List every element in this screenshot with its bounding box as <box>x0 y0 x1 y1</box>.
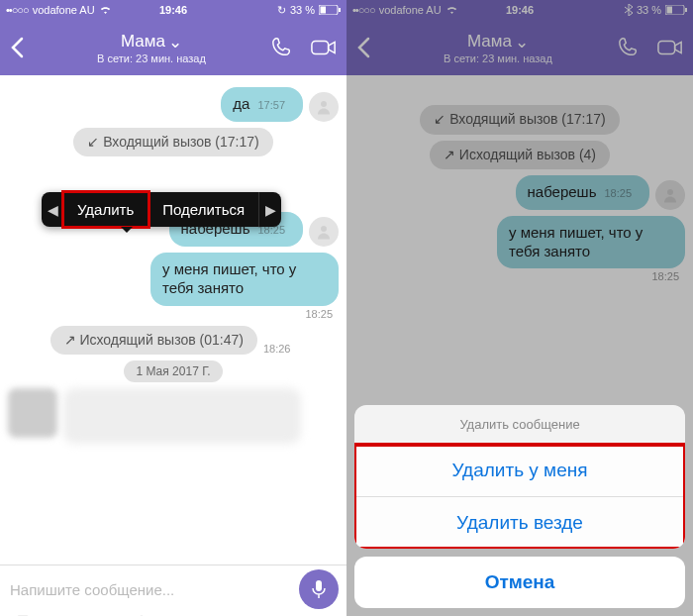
carrier-label: vodafone AU <box>33 4 95 16</box>
incoming-call-pill[interactable]: ↙ Входящий вызов (17:17) <box>420 105 619 135</box>
ctx-share[interactable]: Поделиться <box>148 192 259 227</box>
chevron-down-icon: ⌄ <box>168 32 182 52</box>
avatar <box>655 180 685 210</box>
ctx-delete[interactable]: Удалить <box>63 192 148 227</box>
msg-out[interactable]: наберешь18:25 <box>516 175 649 210</box>
chat-header: Мама⌄ В сети: 23 мин. назад <box>346 20 693 75</box>
msg-time: 18:26 <box>263 343 291 355</box>
svg-rect-2 <box>339 8 341 12</box>
svg-point-22 <box>667 189 673 195</box>
battery-icon <box>665 5 687 15</box>
chat-title[interactable]: Мама⌄ В сети: 23 мин. назад <box>34 32 269 64</box>
bluetooth-icon <box>625 4 633 16</box>
ctx-prev-arrow[interactable]: ◀ <box>42 202 63 218</box>
screen-right: ••○○○ vodafone AU 19:46 33 % Мама⌄ В сет… <box>346 0 693 616</box>
svg-point-5 <box>321 226 327 232</box>
outgoing-call-pill[interactable]: ↗ Исходящий вызов (4) <box>430 141 610 170</box>
contact-name: Мама <box>467 32 512 51</box>
loading-icon: ↻ <box>277 4 286 17</box>
avatar <box>309 92 339 122</box>
msg-time: 18:25 <box>305 308 333 320</box>
svg-rect-20 <box>685 8 687 12</box>
screen-left: ••○○○ vodafone AU 19:46 ↻ 33 % Мама⌄ В с… <box>0 0 346 616</box>
msg-out[interactable]: у меня пишет, что у тебя занято <box>497 216 685 269</box>
clock: 19:46 <box>159 4 187 16</box>
blurred-message <box>63 388 301 444</box>
chevron-down-icon: ⌄ <box>515 32 529 52</box>
wifi-icon <box>99 5 112 15</box>
sheet-title: Удалить сообщение <box>354 405 685 445</box>
clock: 19:46 <box>506 4 534 16</box>
svg-rect-21 <box>658 42 675 54</box>
svg-rect-3 <box>312 42 329 54</box>
last-seen: В сети: 23 мин. назад <box>34 52 269 64</box>
video-call-button[interactable] <box>311 35 337 60</box>
battery-icon <box>319 5 341 15</box>
signal-dots: ••○○○ <box>6 4 29 16</box>
battery-pct: 33 % <box>637 4 661 16</box>
battery-pct: 33 % <box>290 4 315 16</box>
action-sheet: Удалить сообщение Удалить у меня Удалить… <box>354 405 685 608</box>
chat-title[interactable]: Мама⌄ В сети: 23 мин. назад <box>380 32 616 64</box>
carrier-label: vodafone AU <box>379 4 442 16</box>
last-seen: В сети: 23 мин. назад <box>380 52 616 64</box>
status-bar: ••○○○ vodafone AU 19:46 33 % <box>346 0 693 20</box>
svg-point-4 <box>321 101 327 107</box>
msg-out[interactable]: у меня пишет, что у тебя занято <box>150 253 339 306</box>
msg-time: 18:25 <box>651 270 679 282</box>
input-bar: Напишите сообщение... <box>0 565 346 616</box>
sheet-cancel-button[interactable]: Отмена <box>354 557 685 608</box>
delete-for-me-button[interactable]: Удалить у меня <box>354 445 685 497</box>
wifi-icon <box>446 5 458 15</box>
context-menu: ◀ Удалить Поделиться ▶ <box>42 192 281 227</box>
msg-time: 18:25 <box>604 187 632 201</box>
call-button[interactable] <box>269 35 295 60</box>
blurred-thumbnail <box>8 388 57 438</box>
incoming-call-pill[interactable]: ↙ Входящий вызов (17:17) <box>73 128 272 157</box>
delete-everywhere-button[interactable]: Удалить везде <box>354 497 685 549</box>
status-bar: ••○○○ vodafone AU 19:46 ↻ 33 % <box>0 0 346 20</box>
date-separator: 1 Мая 2017 Г. <box>124 360 222 382</box>
chat-area[interactable]: да17:57 ↙ Входящий вызов (17:17) ◀ Удали… <box>0 75 346 565</box>
back-button[interactable] <box>10 37 34 58</box>
mic-button[interactable] <box>299 569 339 609</box>
msg-time: 17:57 <box>257 99 285 113</box>
video-call-button[interactable] <box>657 35 683 60</box>
chat-header: Мама⌄ В сети: 23 мин. назад <box>0 20 346 75</box>
outgoing-call-pill[interactable]: ↗ Исходящий вызов (01:47) <box>50 326 257 356</box>
ctx-next-arrow[interactable]: ▶ <box>259 202 281 218</box>
contact-name: Мама <box>121 32 165 51</box>
call-button[interactable] <box>616 35 642 60</box>
back-button[interactable] <box>356 37 380 58</box>
signal-dots: ••○○○ <box>352 4 375 16</box>
svg-rect-6 <box>316 580 322 591</box>
message-input[interactable]: Напишите сообщение... <box>8 577 293 602</box>
svg-rect-1 <box>321 7 327 14</box>
avatar <box>309 217 339 247</box>
svg-rect-19 <box>667 7 673 14</box>
msg-out[interactable]: да17:57 <box>221 87 303 122</box>
